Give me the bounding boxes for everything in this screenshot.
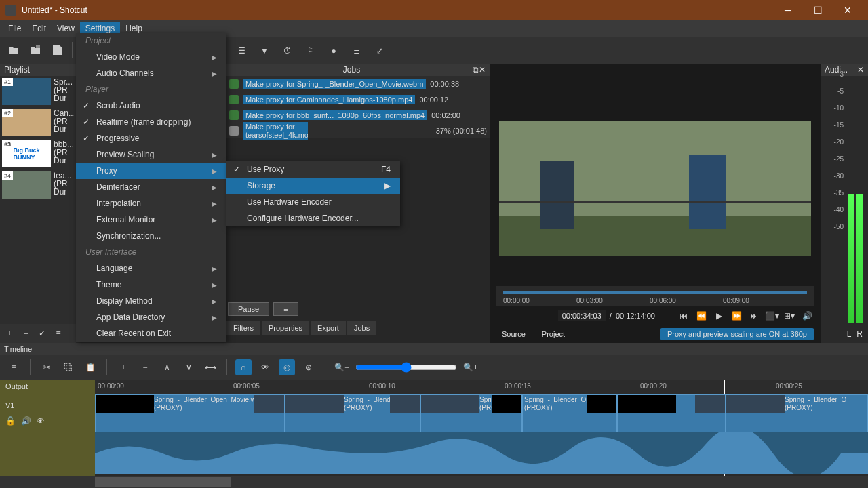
volume-icon[interactable]: 🔊	[800, 309, 814, 323]
track-label[interactable]: V1	[0, 399, 95, 412]
menu-edit[interactable]: Edit	[26, 22, 52, 35]
settings-progressive[interactable]: ✓Progressive	[76, 130, 226, 146]
open-icon[interactable]	[4, 41, 23, 60]
tl-overwrite-icon[interactable]: ∨	[180, 359, 197, 375]
playlist-menu-icon[interactable]: ≡	[52, 327, 65, 340]
tb-record-icon[interactable]: ●	[324, 41, 343, 60]
minimize-button[interactable]: ─	[773, 1, 803, 20]
settings-interpolation[interactable]: Interpolation▶	[76, 195, 226, 211]
tab-source[interactable]: Source	[496, 328, 531, 340]
tb-stack-icon[interactable]: ≣	[347, 41, 366, 60]
tab-export[interactable]: Export	[311, 321, 346, 335]
timeline-scrollbar[interactable]	[0, 476, 868, 488]
timeline-tracks[interactable]: 00:00:00 00:00:05 00:00:10 00:00:15 00:0…	[95, 380, 868, 476]
settings-proxy[interactable]: Proxy▶	[76, 163, 226, 179]
tl-ripple-all-icon[interactable]: ⊛	[300, 359, 317, 375]
playlist-item[interactable]: Big BuckBUNNY#3bbb...(PRDur	[0, 138, 76, 169]
timeline-clip[interactable]	[617, 394, 726, 432]
playlist-remove-icon[interactable]: −	[19, 327, 33, 340]
tb-filter-icon[interactable]: ▼	[255, 41, 274, 60]
zoom-icon[interactable]: ⬛▾	[765, 309, 778, 323]
tl-snap-icon[interactable]: ∩	[235, 359, 252, 375]
tl-cut-icon[interactable]: ✂	[39, 359, 55, 375]
jobs-close-icon[interactable]: ✕	[479, 65, 486, 75]
tl-paste-icon[interactable]: 📋	[82, 359, 98, 375]
tab-properties[interactable]: Properties	[262, 321, 309, 335]
settings-realtime[interactable]: ✓Realtime (frame dropping)	[76, 114, 226, 130]
playlist-add-icon[interactable]: +	[3, 327, 16, 340]
rewind-icon[interactable]: ⏪	[694, 309, 708, 323]
settings-language[interactable]: Language▶	[76, 260, 226, 277]
settings-synchronization[interactable]: Synchronization...	[76, 228, 226, 244]
timeline-clip[interactable]: Spring_-_Bl(PROXY)	[420, 394, 522, 432]
tl-split-icon[interactable]: ⟷	[202, 359, 218, 375]
close-button[interactable]: ✕	[833, 1, 863, 20]
playlist-item[interactable]: #2Can...(PRDur	[0, 107, 76, 138]
timeline-clip[interactable]: Spring_-_Blender_Open_Movie.webm(PROXY)	[95, 394, 285, 432]
proxy-notice[interactable]: Proxy and preview scaling are ON at 360p	[660, 328, 814, 340]
playlist-item[interactable]: #4tea...(PRDur	[0, 169, 76, 201]
save-icon[interactable]	[47, 41, 66, 60]
track-lock-icon[interactable]: 🔓	[5, 416, 16, 426]
skip-start-icon[interactable]: ⏮	[677, 309, 690, 323]
audio-close-icon[interactable]: ✕	[857, 65, 864, 75]
tb-timer-icon[interactable]: ⏱	[278, 41, 297, 60]
settings-audio-channels[interactable]: Audio Channels▶	[76, 65, 226, 81]
preview-ruler[interactable]: 00:00:00 00:03:00 00:06:00 00:09:00	[496, 286, 814, 306]
skip-end-icon[interactable]: ⏭	[747, 309, 761, 323]
tl-copy-icon[interactable]: ⿻	[60, 359, 77, 375]
job-row[interactable]: Make proxy for Caminandes_Llamigos-1080p…	[226, 92, 490, 107]
tb-marker-icon[interactable]: ⚐	[301, 41, 320, 60]
forward-icon[interactable]: ⏩	[730, 309, 743, 323]
tl-ripple-icon[interactable]: ◎	[279, 359, 295, 375]
tl-lift-icon[interactable]: ∧	[159, 359, 175, 375]
tl-append-icon[interactable]: +	[115, 359, 132, 375]
track-hide-icon[interactable]: 👁	[37, 416, 45, 426]
settings-display-method[interactable]: Display Method▶	[76, 293, 226, 309]
tl-zoom-out-icon[interactable]: 🔍−	[334, 359, 350, 375]
timeline-clip[interactable]: Spring_-_Blender_Ope(PROXY)	[285, 394, 420, 432]
tb-list-icon[interactable]: ☰	[232, 41, 251, 60]
timeline-clip[interactable]: Spring_-_Blender_Open_Movie.(PROXY)	[522, 394, 617, 432]
tl-scrub-icon[interactable]: 👁	[257, 359, 273, 375]
tl-remove-icon[interactable]: −	[137, 359, 153, 375]
maximize-button[interactable]: ☐	[803, 1, 833, 20]
tb-expand-icon[interactable]: ⤢	[370, 41, 389, 60]
playlist-check-icon[interactable]: ✓	[35, 327, 49, 340]
settings-external-monitor[interactable]: External Monitor▶	[76, 211, 226, 228]
timeline-ruler[interactable]: 00:00:00 00:00:05 00:00:10 00:00:15 00:0…	[95, 380, 868, 394]
settings-preview-scaling[interactable]: Preview Scaling▶	[76, 146, 226, 163]
settings-scrub-audio[interactable]: ✓Scrub Audio	[76, 98, 226, 114]
proxy-config-hw[interactable]: Configure Hardware Encoder...	[226, 210, 400, 226]
tab-project[interactable]: Project	[536, 328, 570, 340]
menu-file[interactable]: File	[3, 22, 26, 35]
tab-jobs[interactable]: Jobs	[347, 321, 376, 335]
tl-zoom-slider[interactable]	[355, 362, 457, 373]
settings-video-mode[interactable]: Video Mode▶	[76, 49, 226, 65]
timecode-current[interactable]: 00:00:34:03	[558, 310, 606, 321]
proxy-use-hw[interactable]: Use Hardware Encoder	[226, 194, 400, 210]
proxy-storage[interactable]: Storage▶	[226, 178, 400, 194]
track-mute-icon[interactable]: 🔊	[21, 416, 31, 426]
timeline-clip[interactable]: Spring_-_Blender_O(PROXY)	[726, 394, 868, 432]
grid-icon[interactable]: ⊞▾	[783, 309, 796, 323]
video-area[interactable]	[490, 64, 821, 286]
open-other-icon[interactable]	[26, 41, 45, 60]
play-icon[interactable]: ▶	[712, 309, 726, 323]
output-label[interactable]: Output	[0, 380, 95, 393]
job-row[interactable]: Make proxy for Spring_-_Blender_Open_Mov…	[226, 76, 490, 92]
pause-button[interactable]: Pause	[228, 302, 269, 316]
playlist-item[interactable]: #1Spr...(PRDur	[0, 76, 76, 107]
job-row[interactable]: Make proxy for tearsofsteel_4k.mov37% (0…	[226, 123, 490, 138]
settings-deinterlacer[interactable]: Deinterlacer▶	[76, 179, 226, 195]
tab-filters[interactable]: Filters	[226, 321, 260, 335]
tl-menu-icon[interactable]: ≡	[5, 359, 22, 375]
jobs-menu-button[interactable]: ≡	[273, 302, 298, 316]
settings-theme[interactable]: Theme▶	[76, 277, 226, 293]
proxy-use[interactable]: ✓Use ProxyF4	[226, 161, 400, 178]
jobs-popout-icon[interactable]: ⧉	[473, 65, 479, 75]
job-row[interactable]: Make proxy for bbb_sunf..._1080p_60fps_n…	[226, 107, 490, 123]
tl-zoom-in-icon[interactable]: 🔍+	[462, 359, 479, 375]
settings-app-data[interactable]: App Data Directory▶	[76, 309, 226, 325]
settings-clear-recent[interactable]: Clear Recent on Exit	[76, 325, 226, 342]
